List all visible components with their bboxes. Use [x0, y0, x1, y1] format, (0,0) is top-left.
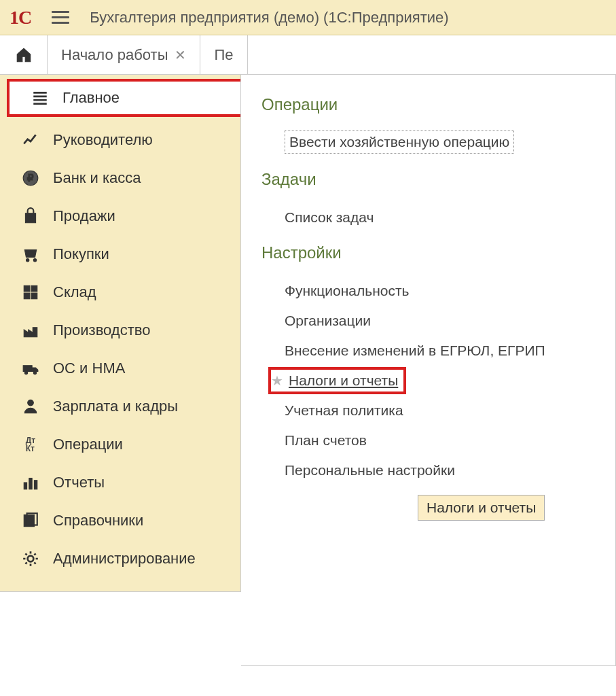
- svg-point-3: [33, 259, 36, 262]
- tooltip-taxes: Налоги и отчеты: [418, 495, 545, 521]
- sidebar-item-label: Главное: [62, 89, 120, 107]
- link-functionality[interactable]: Функциональность: [285, 276, 609, 306]
- sidebar-item-label: Покупки: [53, 245, 109, 263]
- main-menu-button[interactable]: [52, 11, 69, 24]
- svg-rect-11: [24, 483, 26, 489]
- svg-rect-4: [24, 285, 30, 292]
- trend-icon: [20, 130, 41, 150]
- link-taxes-highlighted: ★ Налоги и отчеты: [268, 367, 406, 394]
- link-personal-settings[interactable]: Персональные настройки: [285, 455, 609, 485]
- svg-rect-7: [31, 293, 37, 299]
- link-taxes-reports[interactable]: Налоги и отчеты: [289, 372, 398, 389]
- tab-bar: Начало работы ✕ Пе: [0, 35, 616, 75]
- stack-icon: [20, 510, 41, 531]
- main-panel: Операции Ввести хозяйственную операцию З…: [241, 75, 616, 666]
- logo-1c: 1C: [10, 7, 31, 29]
- sidebar-item-salary[interactable]: Зарплата и кадры: [0, 387, 240, 425]
- star-icon[interactable]: ★: [271, 372, 283, 389]
- svg-point-2: [26, 259, 29, 262]
- sidebar-item-assets[interactable]: ОС и НМА: [0, 349, 240, 387]
- home-icon: [15, 46, 33, 64]
- dkt-icon: ДтКт: [20, 434, 41, 455]
- sidebar-item-purchases[interactable]: Покупки: [0, 235, 240, 273]
- grid-icon: [20, 282, 41, 302]
- factory-icon: [20, 320, 41, 341]
- link-egrul[interactable]: Внесение изменений в ЕГРЮЛ, ЕГРИП: [285, 336, 609, 366]
- ruble-icon: ₽: [20, 168, 41, 188]
- bars-icon: [20, 472, 41, 493]
- link-organizations[interactable]: Организации: [285, 306, 609, 336]
- section-heading-settings: Настройки: [261, 243, 609, 262]
- svg-rect-6: [24, 293, 30, 299]
- sidebar-item-operations[interactable]: ДтКт Операции: [0, 425, 240, 464]
- app-title: Бухгалтерия предприятия (демо) (1С:Предп…: [90, 9, 448, 27]
- sidebar: Главное Руководителю ₽ Банк и касса Прод…: [0, 75, 241, 592]
- menu-lines-icon: [30, 88, 50, 108]
- sidebar-item-main[interactable]: Главное: [7, 79, 240, 117]
- sidebar-item-stock[interactable]: Склад: [0, 273, 240, 311]
- sidebar-item-label: Банк и касса: [53, 169, 141, 187]
- sidebar-item-label: Производство: [53, 321, 150, 339]
- sidebar-item-manager[interactable]: Руководителю: [0, 121, 240, 159]
- svg-rect-12: [29, 478, 32, 489]
- link-accounting-policy[interactable]: Учетная политика: [285, 396, 609, 425]
- link-enter-operation[interactable]: Ввести хозяйственную операцию: [285, 130, 514, 154]
- sidebar-item-label: Склад: [53, 283, 96, 301]
- sidebar-item-label: ОС и НМА: [53, 360, 125, 377]
- cart-icon: [20, 244, 41, 264]
- svg-rect-13: [34, 481, 37, 489]
- sidebar-item-bank[interactable]: ₽ Банк и касса: [0, 159, 240, 197]
- sidebar-item-sales[interactable]: Продажи: [0, 197, 240, 235]
- gear-icon: [20, 549, 41, 569]
- truck-icon: [20, 358, 41, 379]
- bag-icon: [20, 206, 41, 226]
- sidebar-item-label: Руководителю: [53, 131, 153, 149]
- tab-label: Пе: [214, 46, 233, 64]
- tab-second[interactable]: Пе: [200, 35, 247, 74]
- svg-point-10: [28, 400, 34, 406]
- section-heading-tasks: Задачи: [261, 170, 609, 189]
- tab-label: Начало работы: [61, 46, 168, 64]
- sidebar-item-production[interactable]: Производство: [0, 311, 240, 349]
- svg-point-16: [28, 556, 34, 562]
- sidebar-item-label: Операции: [53, 436, 123, 453]
- sidebar-item-reports[interactable]: Отчеты: [0, 464, 240, 502]
- link-task-list[interactable]: Список задач: [285, 203, 609, 232]
- tab-home[interactable]: [0, 35, 48, 74]
- app-header: 1C Бухгалтерия предприятия (демо) (1С:Пр…: [0, 0, 616, 35]
- tab-start[interactable]: Начало работы ✕: [48, 35, 200, 74]
- sidebar-item-label: Отчеты: [53, 474, 105, 491]
- sidebar-item-label: Зарплата и кадры: [53, 398, 178, 415]
- sidebar-item-label: Справочники: [53, 512, 143, 529]
- link-chart-accounts[interactable]: План счетов: [285, 425, 609, 455]
- sidebar-item-label: Администрирование: [53, 550, 196, 568]
- sidebar-item-label: Продажи: [53, 207, 115, 225]
- close-icon[interactable]: ✕: [175, 47, 186, 63]
- section-heading-operations: Операции: [261, 95, 609, 114]
- person-icon: [20, 396, 41, 417]
- svg-point-8: [24, 371, 27, 374]
- svg-point-9: [33, 371, 36, 374]
- svg-text:₽: ₽: [27, 172, 34, 184]
- svg-rect-5: [31, 285, 37, 292]
- sidebar-item-catalogs[interactable]: Справочники: [0, 502, 240, 540]
- sidebar-item-admin[interactable]: Администрирование: [0, 540, 240, 578]
